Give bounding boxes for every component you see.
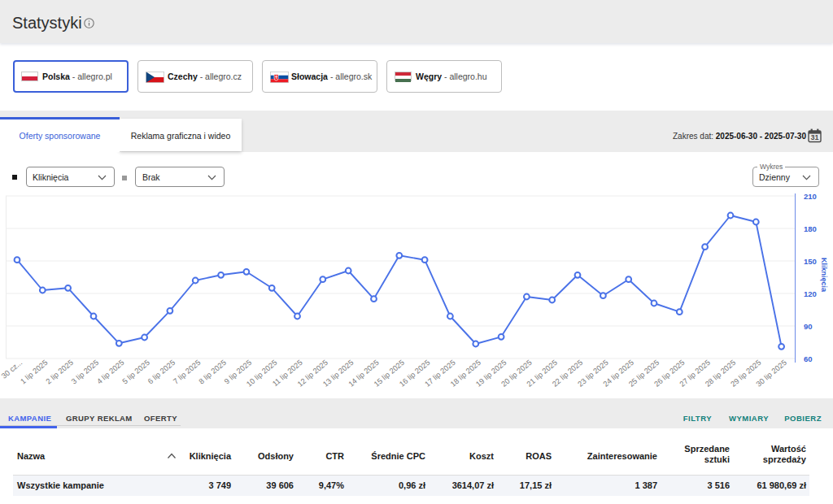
svg-text:4 lip 2025: 4 lip 2025 [95, 358, 125, 386]
svg-text:60: 60 [804, 354, 813, 363]
svg-text:6 lip 2025: 6 lip 2025 [146, 358, 177, 386]
svg-text:7 lip 2025: 7 lip 2025 [172, 358, 202, 386]
svg-text:2 lip 2025: 2 lip 2025 [45, 358, 75, 386]
svg-text:120: 120 [804, 289, 817, 298]
svg-text:90: 90 [804, 322, 813, 331]
svg-text:30 cz...: 30 cz... [0, 358, 24, 380]
svg-text:Kliknięcia: Kliknięcia [820, 258, 828, 293]
svg-text:5 lip 2025: 5 lip 2025 [121, 358, 151, 386]
svg-text:3 lip 2025: 3 lip 2025 [70, 358, 100, 386]
svg-text:1 lip 2025: 1 lip 2025 [19, 358, 49, 386]
svg-text:8 lip 2025: 8 lip 2025 [198, 358, 228, 386]
svg-text:210: 210 [804, 192, 817, 201]
svg-text:150: 150 [804, 257, 817, 266]
svg-text:180: 180 [804, 224, 817, 233]
